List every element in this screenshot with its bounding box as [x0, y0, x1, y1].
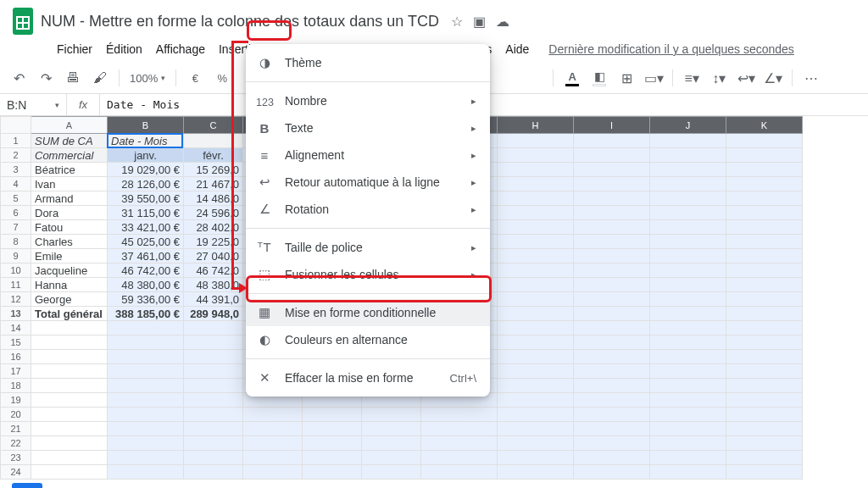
cell[interactable]	[31, 336, 108, 350]
row-hdr[interactable]: 13	[1, 307, 31, 321]
menu-file[interactable]: Fichier	[51, 39, 98, 59]
col-hdr-i[interactable]: I	[574, 117, 650, 134]
cell[interactable]	[421, 422, 498, 436]
cell[interactable]	[650, 206, 726, 220]
cell[interactable]: 31 115,00 €	[108, 206, 184, 220]
row-hdr[interactable]: 7	[1, 220, 31, 235]
cell[interactable]	[650, 263, 726, 278]
cell[interactable]: 289 948,0	[184, 307, 243, 321]
zoom-select[interactable]: 100%	[126, 72, 169, 85]
cell[interactable]	[184, 393, 243, 408]
cell[interactable]	[574, 451, 650, 465]
cell[interactable]	[726, 163, 803, 177]
cell[interactable]	[650, 321, 726, 336]
cell[interactable]	[498, 148, 574, 163]
cell[interactable]	[108, 408, 184, 422]
cell[interactable]	[574, 249, 650, 263]
cell[interactable]	[108, 379, 184, 393]
cell[interactable]: 28 126,00 €	[108, 177, 184, 191]
cell[interactable]	[650, 350, 726, 364]
row-hdr[interactable]: 8	[1, 235, 31, 249]
menu-rotation[interactable]: ∠Rotation▸	[246, 196, 490, 223]
cell[interactable]	[650, 408, 726, 422]
cell[interactable]	[421, 408, 498, 422]
cell[interactable]	[184, 422, 243, 436]
cell[interactable]	[31, 422, 108, 436]
merge-icon[interactable]: ▭▾	[642, 66, 665, 90]
cell[interactable]	[498, 134, 574, 148]
cell[interactable]: Emile	[31, 249, 108, 263]
cell[interactable]	[243, 451, 303, 465]
cell[interactable]	[726, 408, 803, 422]
sheets-logo[interactable]	[12, 7, 34, 36]
cell[interactable]	[574, 292, 650, 307]
cell[interactable]	[650, 220, 726, 235]
menu-theme[interactable]: ◑Thème	[246, 49, 490, 76]
cell[interactable]	[650, 292, 726, 307]
menu-merge[interactable]: ⬚Fusionner les cellules▸	[246, 261, 490, 288]
cell[interactable]	[574, 307, 650, 321]
menu-clear-format[interactable]: ✕Effacer la mise en formeCtrl+\	[246, 364, 490, 391]
cell[interactable]	[108, 451, 184, 465]
cell[interactable]	[574, 364, 650, 379]
row-hdr[interactable]: 2	[1, 148, 31, 163]
cell[interactable]	[650, 364, 726, 379]
cell[interactable]	[31, 321, 108, 336]
cell[interactable]	[726, 235, 803, 249]
cell[interactable]: 388 185,00 €	[108, 307, 184, 321]
cell[interactable]	[421, 451, 498, 465]
cell[interactable]	[498, 235, 574, 249]
currency-icon[interactable]: €	[183, 66, 207, 90]
row-hdr[interactable]: 4	[1, 177, 31, 191]
cell[interactable]	[31, 465, 108, 480]
menu-edit[interactable]: Édition	[100, 39, 148, 59]
cell[interactable]	[650, 191, 726, 206]
cell[interactable]	[421, 436, 498, 451]
select-all-corner[interactable]	[1, 117, 31, 134]
cell[interactable]	[421, 465, 498, 480]
menu-conditional-format[interactable]: ▦Mise en forme conditionnelle	[246, 299, 490, 326]
cell[interactable]	[498, 321, 574, 336]
cell[interactable]	[498, 278, 574, 292]
row-hdr[interactable]: 19	[1, 393, 31, 408]
cell[interactable]	[726, 220, 803, 235]
cell[interactable]	[108, 321, 184, 336]
cell[interactable]	[31, 451, 108, 465]
cell[interactable]: Béatrice	[31, 163, 108, 177]
cell[interactable]: 14 486,0	[184, 191, 243, 206]
cell[interactable]	[498, 249, 574, 263]
cell[interactable]	[726, 249, 803, 263]
cell[interactable]	[184, 465, 243, 480]
rotate-icon[interactable]: ∠▾	[761, 66, 785, 90]
cell[interactable]	[243, 408, 303, 422]
cell[interactable]	[574, 422, 650, 436]
star-icon[interactable]: ☆	[451, 14, 463, 30]
cell[interactable]	[243, 436, 303, 451]
wrap-icon[interactable]: ↩▾	[734, 66, 758, 90]
cell[interactable]	[108, 336, 184, 350]
row-hdr[interactable]: 22	[1, 436, 31, 451]
menu-text[interactable]: BTexte▸	[246, 114, 490, 141]
cell[interactable]: 46 742,00 €	[108, 263, 184, 278]
cell[interactable]	[498, 408, 574, 422]
cell[interactable]	[726, 336, 803, 350]
valign-icon[interactable]: ↕▾	[707, 66, 731, 90]
text-color-icon[interactable]: A	[560, 66, 584, 90]
cell[interactable]	[726, 263, 803, 278]
cell[interactable]	[574, 278, 650, 292]
cell[interactable]	[243, 422, 303, 436]
cell[interactable]	[726, 364, 803, 379]
cell[interactable]	[574, 220, 650, 235]
cell[interactable]	[498, 393, 574, 408]
cell[interactable]: févr.	[184, 148, 243, 163]
redo-icon[interactable]: ↷	[34, 66, 58, 90]
row-hdr[interactable]: 17	[1, 364, 31, 379]
cell[interactable]: Commercial	[31, 148, 108, 163]
cell[interactable]	[362, 451, 421, 465]
cell[interactable]	[650, 249, 726, 263]
row-hdr[interactable]: 1	[1, 134, 31, 148]
cell[interactable]	[574, 350, 650, 364]
cell[interactable]	[498, 465, 574, 480]
cell[interactable]	[108, 436, 184, 451]
cell[interactable]: George	[31, 292, 108, 307]
